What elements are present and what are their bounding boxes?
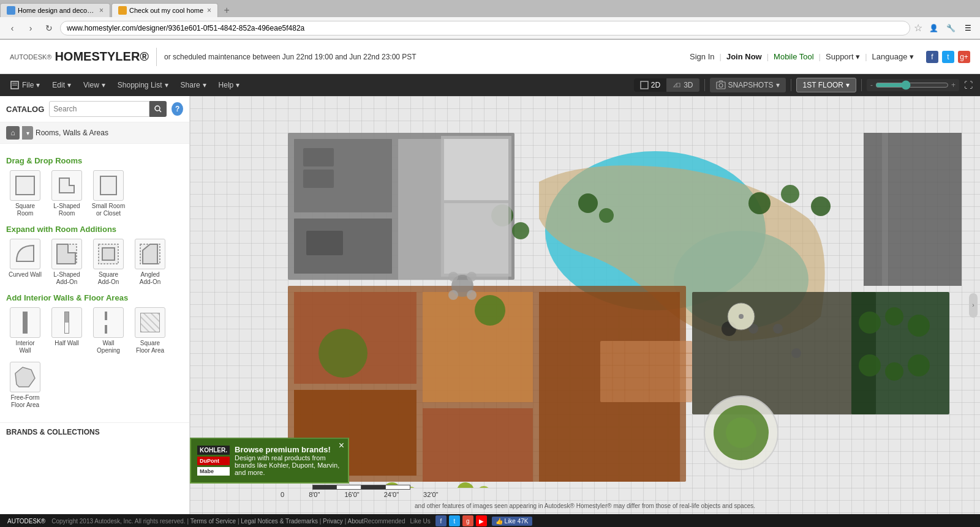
zoom-slider[interactable] <box>875 80 949 90</box>
bookmark-icon[interactable]: ☆ <box>914 22 922 34</box>
ad-body: Design with real products from brands li… <box>235 454 339 476</box>
small-room-item[interactable]: Small Roomor Closet <box>89 170 127 217</box>
mabe-logo: Mabe <box>197 467 230 476</box>
half-wall-label: Half Wall <box>55 340 79 347</box>
catalog-search-input[interactable] <box>49 101 149 117</box>
profile-icon[interactable]: 👤 <box>926 21 941 36</box>
view-3d-button[interactable]: 3D <box>666 78 699 92</box>
svg-point-72 <box>448 272 458 282</box>
view-2d-button[interactable]: 2D <box>634 78 666 92</box>
drag-drop-title: Drag & Drop Rooms <box>6 156 183 165</box>
join-now-link[interactable]: Join Now <box>726 52 762 61</box>
footer-legal-link[interactable]: Legal Notices & Trademarks <box>241 518 318 525</box>
angled-addon-item[interactable]: AngledAdd-On <box>131 239 169 286</box>
curved-wall-item[interactable]: Curved Wall <box>6 239 44 286</box>
twitter-icon[interactable]: t <box>942 51 954 63</box>
svg-point-36 <box>908 315 930 337</box>
language-link[interactable]: Language ▾ <box>872 52 914 61</box>
tab-1-close[interactable]: × <box>99 6 104 15</box>
footer-privacy-link[interactable]: Privacy <box>323 518 343 525</box>
file-menu-button[interactable]: File ▾ <box>5 78 45 92</box>
floor-selector-button[interactable]: 1ST FLOOR ▾ <box>796 78 856 92</box>
l-shaped-addon-item[interactable]: L-ShapedAdd-On <box>48 239 86 286</box>
footer-autodesk-logo: AUTODESK® <box>7 518 45 525</box>
svg-point-26 <box>318 329 368 378</box>
catalog-search-button[interactable] <box>149 101 167 117</box>
half-wall-item[interactable]: Half Wall <box>48 307 86 354</box>
toolbar-sep-1 <box>704 79 705 91</box>
square-addon-item[interactable]: SquareAdd-On <box>89 239 127 286</box>
back-button[interactable]: ‹ <box>5 21 20 36</box>
footer-facebook-icon[interactable]: f <box>435 515 447 526</box>
svg-point-6 <box>155 106 160 111</box>
tab-2-icon <box>118 6 127 15</box>
app-footer: AUTODESK® Copyright 2013 Autodesk, Inc. … <box>0 514 980 527</box>
social-icons: f t g+ <box>926 51 970 63</box>
facebook-icon[interactable]: f <box>926 51 938 63</box>
menu-icon[interactable]: ☰ <box>960 21 975 36</box>
freeform-floor-icon <box>10 362 40 392</box>
square-floor-item[interactable]: SquareFloor Area <box>131 307 169 354</box>
zoom-in-icon[interactable]: + <box>951 81 956 89</box>
freeform-floor-item[interactable]: Free-FormFloor Area <box>6 362 44 409</box>
view-menu-button[interactable]: View ▾ <box>78 78 110 92</box>
dupont-logo: DuPont <box>197 457 230 465</box>
tab-bar: Home design and decorat... × Check out m… <box>0 0 980 17</box>
tab-1[interactable]: Home design and decorat... × <box>0 3 110 17</box>
footer-youtube-icon[interactable]: ▶ <box>476 515 487 526</box>
nav-home-button[interactable]: ⌂ <box>6 126 20 140</box>
svg-point-73 <box>467 272 477 282</box>
svg-rect-66 <box>444 139 508 200</box>
shopping-list-button[interactable]: Shopping List ▾ <box>113 78 173 92</box>
support-link[interactable]: Support ▾ <box>826 52 860 61</box>
footer-about-link[interactable]: About <box>347 518 363 525</box>
footer-twitter-icon[interactable]: t <box>449 515 460 526</box>
help-button[interactable]: Help ▾ <box>214 78 245 92</box>
square-room-item[interactable]: SquareRoom <box>6 170 44 217</box>
sign-in-link[interactable]: Sign In <box>690 52 714 61</box>
scale-bar <box>312 485 413 490</box>
footer-google-icon[interactable]: g <box>462 515 473 526</box>
fullscreen-button[interactable]: ⛶ <box>962 78 975 92</box>
footer-like-button[interactable]: 👍 Like 47K <box>492 517 532 526</box>
wall-opening-item[interactable]: WallOpening <box>89 307 127 354</box>
walls-grid: InteriorWall Half Wall WallOpen <box>6 307 183 354</box>
angled-addon-label: AngledAdd-On <box>140 271 160 286</box>
snapshots-button[interactable]: SNAPSHOTS ▾ <box>710 78 786 92</box>
forward-button[interactable]: › <box>23 21 38 36</box>
footer-terms-link[interactable]: Terms of Service <box>190 518 236 525</box>
interior-wall-label: InteriorWall <box>15 340 34 354</box>
zoom-out-icon[interactable]: - <box>870 81 873 89</box>
header-links: Sign In | Join Now | Mobile Tool | Suppo… <box>690 51 970 63</box>
toolbar-sep-3 <box>861 79 862 91</box>
mobile-tool-link[interactable]: Mobile Tool <box>774 52 814 61</box>
share-button[interactable]: Share ▾ <box>176 78 211 92</box>
svg-rect-10 <box>102 248 115 260</box>
l-shaped-room-item[interactable]: L-ShapedRoom <box>48 170 86 217</box>
scale-24: 24'0" <box>384 491 399 498</box>
svg-point-51 <box>811 196 831 216</box>
svg-point-39 <box>908 354 930 376</box>
interior-wall-item[interactable]: InteriorWall <box>6 307 44 354</box>
main-layout: CATALOG ? ⌂ ▾ Rooms, Walls & Areas Drag … <box>0 96 980 514</box>
catalog-title: CATALOG <box>6 105 44 114</box>
refresh-button[interactable]: ↻ <box>42 21 56 36</box>
tab-2-close[interactable]: × <box>207 6 211 15</box>
edit-menu-button[interactable]: Edit ▾ <box>47 78 76 92</box>
googleplus-icon[interactable]: g+ <box>958 51 970 63</box>
nav-dropdown-button[interactable]: ▾ <box>22 126 33 140</box>
small-room-label: Small Roomor Closet <box>92 203 125 217</box>
autodesk-label: AUTODESK® <box>10 53 51 61</box>
canvas-area[interactable]: 0 8'0" 16'0" 24'0" 32'0" KOHLER. DuPont … <box>190 96 980 514</box>
help-icon-button[interactable]: ? <box>172 102 183 116</box>
svg-point-49 <box>748 192 771 214</box>
new-tab-button[interactable]: + <box>219 4 234 17</box>
scale-labels: 0 8'0" 16'0" 24'0" 32'0" <box>281 491 438 498</box>
svg-point-44 <box>726 417 756 448</box>
svg-rect-28 <box>692 292 876 414</box>
tab-2[interactable]: Check out my cool home × <box>111 3 218 17</box>
nav-label: Rooms, Walls & Areas <box>36 129 108 137</box>
url-input[interactable] <box>60 21 910 36</box>
extensions-icon[interactable]: 🔧 <box>943 21 958 36</box>
ad-close-button[interactable]: × <box>339 440 344 451</box>
